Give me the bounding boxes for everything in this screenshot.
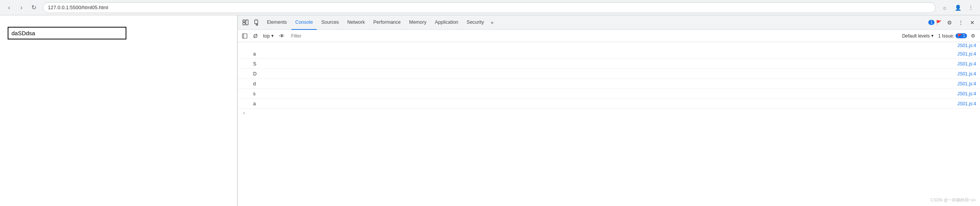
console-text-2: D [253, 71, 257, 77]
svg-rect-0 [243, 20, 245, 22]
devtools-right-icons: 1 🚩 ⚙ ⋮ ✕ [927, 17, 978, 28]
console-line: D JS01.js:4 [238, 69, 980, 79]
console-text-1: S [253, 61, 256, 67]
back-button[interactable]: ‹ [4, 2, 15, 13]
more-tabs-button[interactable]: » [489, 15, 496, 30]
settings-gear-icon[interactable]: ⚙ [944, 17, 955, 28]
sidebar-toggle-icon[interactable] [240, 31, 249, 41]
watermark: CSDN @一杯躺秋雨~o+ [931, 197, 976, 203]
devtools-panel: Elements Console Sources Network Perform… [237, 15, 980, 206]
context-label: top [263, 33, 270, 39]
forward-button[interactable]: › [16, 2, 27, 13]
nav-buttons: ‹ › ↻ [4, 2, 39, 13]
browser-chrome: ‹ › ↻ 127.0.0.1:5500/html05.html ☼ 👤 ⋮ [0, 0, 980, 15]
console-text-5: a [253, 101, 256, 106]
profile-icon[interactable]: 👤 [952, 2, 963, 13]
console-settings-icon[interactable]: ⚙ [969, 31, 978, 41]
close-devtools-icon[interactable]: ✕ [967, 17, 978, 28]
issues-badge: 1 [928, 20, 934, 25]
refresh-button[interactable]: ↻ [28, 2, 39, 13]
console-text-3: d [253, 81, 256, 87]
svg-rect-4 [256, 24, 258, 25]
svg-rect-2 [246, 20, 248, 25]
console-filter-input[interactable] [288, 32, 898, 40]
issue-count-badge: 🚩 1 [955, 33, 967, 38]
console-line: S JS01.js:4 [238, 59, 980, 69]
console-text-0: a [253, 51, 256, 57]
console-link-4[interactable]: JS01.js:4 [957, 91, 976, 96]
address-bar[interactable]: 127.0.0.1:5500/html05.html [43, 2, 936, 13]
browser-icons: ☼ 👤 ⋮ [939, 2, 976, 13]
tab-security[interactable]: Security [463, 15, 488, 30]
tab-elements[interactable]: Elements [263, 15, 291, 30]
devtools-secondary-bar: Ø top ▼ 👁 Default levels ▼ 1 Issue: 🚩 1 … [238, 30, 980, 42]
settings-icon[interactable]: ⋮ [965, 2, 976, 13]
tab-network[interactable]: Network [344, 15, 369, 30]
svg-rect-3 [255, 20, 258, 24]
context-dropdown-icon: ▼ [270, 34, 274, 38]
tab-sources[interactable]: Sources [317, 15, 343, 30]
console-line: a JS01.js:4 [238, 49, 980, 59]
issue-badge-area: 1 Issue: 🚩 1 [938, 33, 967, 39]
first-link[interactable]: JS01.js:4 [957, 43, 976, 48]
devtools-toolbar: Elements Console Sources Network Perform… [238, 15, 980, 30]
tab-application[interactable]: Application [431, 15, 462, 30]
console-output: JS01.js:4 a JS01.js:4 S JS01.js:4 D JS01… [238, 42, 980, 206]
console-link-5[interactable]: JS01.js:4 [957, 101, 976, 106]
first-line-header: JS01.js:4 [238, 42, 980, 49]
clear-console-icon[interactable]: Ø [251, 31, 260, 41]
extensions-icon[interactable]: ☼ [939, 2, 950, 13]
page-content [0, 15, 237, 206]
console-prompt-arrow[interactable]: › [238, 109, 980, 117]
console-link-2[interactable]: JS01.js:4 [957, 71, 976, 77]
main-area: Elements Console Sources Network Perform… [0, 15, 980, 206]
eye-icon[interactable]: 👁 [277, 31, 286, 41]
issue-icon: 🚩 [957, 34, 962, 38]
tab-console[interactable]: Console [291, 15, 317, 30]
text-input[interactable] [8, 27, 126, 39]
default-levels-dropdown[interactable]: Default levels ▼ [900, 33, 937, 39]
device-toolbar-icon[interactable] [252, 17, 262, 28]
inspect-icon[interactable] [240, 17, 251, 28]
console-line: s JS01.js:4 [238, 89, 980, 99]
console-link-1[interactable]: JS01.js:4 [957, 61, 976, 67]
tab-performance[interactable]: Performance [370, 15, 405, 30]
devtools-menu-icon[interactable]: ⋮ [955, 17, 966, 28]
context-selector[interactable]: top ▼ [262, 33, 276, 39]
svg-rect-1 [243, 23, 245, 25]
levels-dropdown-icon: ▼ [931, 34, 934, 38]
svg-rect-5 [242, 34, 247, 38]
address-text: 127.0.0.1:5500/html05.html [48, 5, 108, 10]
console-link-3[interactable]: JS01.js:4 [957, 81, 976, 87]
issues-badge-icon[interactable]: 🚩 [936, 20, 942, 25]
console-link-0[interactable]: JS01.js:4 [957, 51, 976, 57]
tab-memory[interactable]: Memory [405, 15, 430, 30]
console-line: d JS01.js:4 [238, 79, 980, 89]
console-text-4: s [253, 91, 255, 96]
console-line: a JS01.js:4 [238, 99, 980, 109]
